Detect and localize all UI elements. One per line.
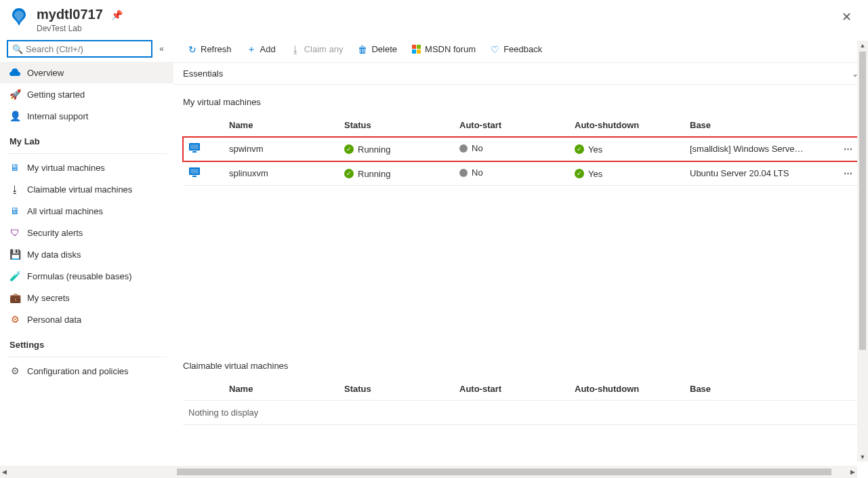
col-status[interactable]: Status — [339, 114, 454, 137]
sidebar-item-getting-started[interactable]: 🚀 Getting started — [0, 83, 173, 105]
sidebar-item-personal[interactable]: ⚙ Personal data — [0, 308, 173, 330]
sidebar-item-label: Security alerts — [27, 228, 83, 238]
heart-icon: ♡ — [491, 44, 499, 55]
vertical-scrollbar[interactable]: ▲ ▼ — [857, 41, 868, 462]
disk-icon: 💾 — [9, 249, 20, 260]
table-row[interactable]: splinuxvm ✓Running No ✓Yes Ubuntu Server… — [183, 161, 859, 186]
resource-type-label: DevTest Lab — [37, 24, 836, 33]
blade-header: mydtl0717 📌 DevTest Lab ✕ — [0, 0, 868, 36]
scroll-right-icon[interactable]: ▶ — [848, 469, 857, 475]
claim-any-button: ⭳ Claim any — [284, 40, 350, 59]
col-name[interactable]: Name — [224, 378, 339, 401]
pin-icon[interactable]: 📌 — [111, 9, 123, 20]
sidebar-item-label: My virtual machines — [27, 163, 105, 173]
toolbar: ↻ Refresh ＋ Add ⭳ Claim any 🗑 Delete MSD… — [173, 36, 868, 63]
vm-name: spwinvm — [224, 137, 339, 161]
scroll-up-icon[interactable]: ▲ — [859, 41, 867, 50]
main-content: ↻ Refresh ＋ Add ⭳ Claim any 🗑 Delete MSD… — [173, 36, 868, 473]
svg-rect-4 — [190, 169, 199, 174]
delete-button[interactable]: 🗑 Delete — [351, 40, 404, 59]
scroll-down-icon[interactable]: ▼ — [859, 452, 867, 462]
search-input-wrap[interactable]: 🔍 — [7, 40, 152, 58]
status-dot-icon — [459, 144, 468, 153]
col-autoshutdown[interactable]: Auto-shutdown — [569, 114, 684, 137]
vm-base: [smalldisk] Windows Serve… — [684, 137, 838, 161]
col-autostart[interactable]: Auto-start — [454, 378, 569, 401]
vm-autoshutdown: Yes — [588, 169, 602, 179]
col-status[interactable]: Status — [339, 378, 454, 401]
sidebar-item-disks[interactable]: 💾 My data disks — [0, 243, 173, 265]
sidebar-item-my-vms[interactable]: 🖥 My virtual machines — [0, 157, 173, 178]
button-label: MSDN forum — [425, 44, 476, 54]
sidebar-item-label: Overview — [27, 68, 64, 78]
rocket-icon: 🚀 — [9, 89, 20, 100]
vm-row-icon — [188, 142, 201, 154]
my-vms-table: Name Status Auto-start Auto-shutdown Bas… — [183, 114, 859, 186]
row-menu-button[interactable]: ⋯ — [844, 144, 853, 154]
scroll-left-icon[interactable]: ◀ — [0, 469, 9, 475]
button-label: Delete — [371, 44, 397, 54]
gear-icon: ⚙ — [9, 314, 20, 325]
briefcase-icon: 💼 — [9, 292, 20, 303]
close-button[interactable]: ✕ — [836, 7, 857, 27]
button-label: Claim any — [304, 44, 344, 54]
msdn-button[interactable]: MSDN forum — [405, 40, 482, 58]
divider — [7, 357, 167, 357]
horizontal-scrollbar[interactable]: ◀ ▶ — [0, 466, 857, 478]
sidebar-item-overview[interactable]: Overview — [0, 62, 173, 83]
claimable-table: Name Status Auto-start Auto-shutdown Bas… — [183, 378, 859, 425]
col-autostart[interactable]: Auto-start — [454, 114, 569, 137]
sidebar-item-all-vms[interactable]: 🖥 All virtual machines — [0, 200, 173, 222]
sidebar-item-formulas[interactable]: 🧪 Formulas (reusable bases) — [0, 265, 173, 287]
search-icon: 🔍 — [12, 44, 23, 54]
essentials-label: Essentials — [183, 68, 223, 79]
vm-status: Running — [358, 169, 390, 179]
sidebar-item-security[interactable]: 🛡 Security alerts — [0, 222, 173, 243]
vm-base: Ubuntu Server 20.04 LTS — [684, 161, 838, 186]
sidebar-item-config[interactable]: ⚙ Configuration and policies — [0, 360, 173, 382]
sidebar-item-claimable[interactable]: ⭳ Claimable virtual machines — [0, 178, 173, 200]
row-menu-button[interactable]: ⋯ — [844, 168, 853, 178]
sidebar-item-label: My secrets — [27, 293, 70, 303]
claim-icon: ⭳ — [291, 44, 300, 55]
add-button[interactable]: ＋ Add — [240, 39, 283, 60]
sidebar-item-label: Personal data — [27, 315, 81, 325]
sidebar-item-label: Configuration and policies — [27, 366, 129, 376]
scroll-thumb[interactable] — [859, 52, 866, 350]
sidebar-item-secrets[interactable]: 💼 My secrets — [0, 287, 173, 308]
button-label: Add — [260, 44, 276, 54]
status-dot-icon — [459, 169, 468, 177]
table-row[interactable]: spwinvm ✓Running No ✓Yes [smalldisk] Win… — [183, 137, 859, 161]
vm-status: Running — [358, 144, 390, 155]
col-base[interactable]: Base — [684, 378, 838, 401]
devtestlab-icon — [8, 7, 30, 28]
shield-icon: 🛡 — [9, 227, 20, 238]
col-base[interactable]: Base — [684, 114, 838, 137]
search-input[interactable] — [26, 44, 147, 54]
refresh-button[interactable]: ↻ Refresh — [182, 40, 239, 59]
cloud-icon — [9, 67, 20, 78]
sidebar-item-internal-support[interactable]: 👤 Internal support — [0, 105, 173, 127]
vms-icon: 🖥 — [9, 205, 20, 216]
status-ok-icon: ✓ — [344, 144, 354, 154]
vm-autoshutdown: Yes — [588, 144, 602, 155]
sidebar-section-settings: Settings — [0, 330, 173, 354]
collapse-sidebar-icon[interactable]: « — [157, 41, 167, 56]
scroll-thumb[interactable] — [177, 469, 831, 475]
support-icon: 👤 — [9, 111, 20, 121]
col-autoshutdown[interactable]: Auto-shutdown — [569, 378, 684, 401]
feedback-button[interactable]: ♡ Feedback — [484, 40, 549, 59]
col-name[interactable]: Name — [224, 114, 339, 137]
empty-message: Nothing to display — [183, 401, 859, 425]
sidebar: 🔍 « Overview 🚀 Getting started 👤 Interna… — [0, 36, 173, 473]
refresh-icon: ↻ — [188, 44, 197, 55]
svg-rect-5 — [192, 176, 197, 177]
button-label: Refresh — [201, 44, 232, 54]
status-ok-icon: ✓ — [344, 169, 354, 178]
sidebar-item-label: All virtual machines — [27, 206, 103, 216]
essentials-toggle[interactable]: Essentials ⌄ — [173, 63, 868, 85]
sidebar-item-label: Getting started — [27, 89, 85, 100]
vm-autostart: No — [472, 167, 483, 178]
plus-icon: ＋ — [247, 43, 256, 56]
svg-rect-2 — [192, 151, 197, 153]
